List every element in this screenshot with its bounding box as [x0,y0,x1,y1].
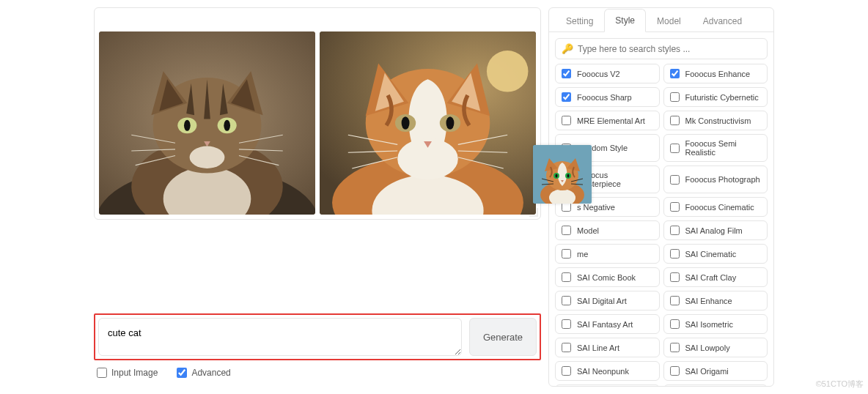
style-checkbox[interactable] [562,116,571,125]
style-checkbox[interactable] [562,92,571,102]
style-label: Fooocus Sharp [577,93,632,102]
input-image-label: Input Image [111,368,158,378]
style-checkbox[interactable] [670,296,680,305]
style-label: SAI Digital Art [577,297,627,305]
style-checkbox[interactable] [670,144,680,153]
prompt-input[interactable] [98,318,462,356]
svg-point-52 [556,174,558,178]
style-option[interactable]: SAI Cinematic [663,244,768,264]
svg-point-13 [224,120,230,131]
style-option[interactable]: SAI Analog Film [663,220,768,240]
style-search[interactable]: 🔑 [555,38,768,59]
style-option[interactable]: Fooocus Photograph [663,166,768,193]
style-checkbox[interactable] [562,319,571,329]
style-checkbox[interactable] [562,366,571,376]
style-option[interactable]: SAI Lowpoly [663,338,768,357]
style-label: SAI Neonpunk [577,367,629,376]
style-label: SAI Analog Film [685,226,743,235]
style-option[interactable]: Futuristic Cybernetic [663,87,768,107]
svg-point-15 [190,146,225,168]
style-checkbox[interactable] [562,343,571,352]
style-checkbox[interactable] [670,272,680,282]
style-preview-thumbnail[interactable] [533,145,592,204]
watermark: ©51CTO博客 [816,379,864,390]
prompt-row: Generate [94,313,541,360]
svg-point-53 [567,174,570,178]
style-label: SAI Isometric [685,320,733,329]
style-checkbox[interactable] [670,249,680,259]
style-label: Futuristic Cybernetic [685,93,759,102]
style-option[interactable]: Fooocus Sharp [555,87,660,107]
style-label: Model [577,226,599,235]
advanced-checkbox-box[interactable] [177,368,187,378]
style-label: SAI Comic Book [577,273,636,282]
style-option[interactable]: Fooocus Enhance [663,64,768,83]
style-label: SAI Cinematic [685,250,737,259]
style-checkbox[interactable] [670,366,680,376]
advanced-label: Advanced [191,368,230,378]
style-checkbox[interactable] [562,296,571,305]
style-checkbox[interactable] [670,116,680,125]
tab-setting[interactable]: Setting [555,9,604,32]
tab-advanced[interactable]: Advanced [692,9,753,32]
style-label: MRE Elemental Art [577,116,645,125]
style-option[interactable]: SAI Digital Art [555,291,660,311]
style-label: Fooocus V2 [577,70,620,78]
style-label: SAI Fantasy Art [577,320,633,329]
style-option[interactable]: Fooocus Semi Realistic [663,134,768,162]
style-label: me [577,250,588,259]
style-option[interactable]: Fooocus V2 [555,64,660,83]
style-checkbox[interactable] [670,92,680,102]
style-checkbox[interactable] [562,69,571,78]
style-search-input[interactable] [578,44,761,54]
style-label: Mk Constructivism [685,116,751,125]
style-label: Fooocus Enhance [685,70,751,78]
style-label: s Negative [577,203,615,212]
style-option[interactable]: SAI Craft Clay [663,267,768,287]
style-checkbox[interactable] [562,249,571,259]
style-option[interactable]: SAI Comic Book [555,267,660,287]
style-option[interactable]: SAI Pixel Art [663,384,768,386]
result-image-2[interactable] [320,31,536,215]
style-option[interactable]: me [555,244,660,264]
style-option[interactable]: Fooocus Cinematic [663,197,768,217]
style-option[interactable]: SAI Origami [663,361,768,381]
result-image-1[interactable] [99,31,315,215]
style-label: SAI Line Art [577,343,619,352]
input-image-checkbox[interactable]: Input Image [97,368,158,378]
generate-button[interactable]: Generate [469,318,537,356]
style-option[interactable]: SAI Photographic [555,384,660,386]
style-list[interactable]: Fooocus V2Fooocus EnhanceFooocus SharpFu… [549,64,773,386]
style-checkbox[interactable] [670,175,680,185]
style-checkbox[interactable] [670,202,680,212]
svg-point-24 [487,51,529,92]
wand-icon: 🔑 [562,43,573,54]
advanced-checkbox[interactable]: Advanced [177,368,230,378]
style-option[interactable]: Mk Constructivism [663,111,768,130]
style-option[interactable]: SAI Fantasy Art [555,314,660,334]
style-option[interactable]: SAI Enhance [663,291,768,311]
style-label: SAI Lowpoly [685,343,730,352]
style-checkbox[interactable] [670,343,680,352]
style-option[interactable]: Model [555,220,660,240]
style-label: Fooocus Cinematic [685,203,754,212]
style-checkbox[interactable] [562,272,571,282]
style-checkbox[interactable] [670,319,680,329]
style-option[interactable]: SAI Neonpunk [555,361,660,381]
style-option[interactable]: SAI Isometric [663,314,768,334]
svg-point-12 [184,120,191,131]
tab-style[interactable]: Style [604,9,646,32]
style-label: SAI Craft Clay [685,273,737,282]
input-image-checkbox-box[interactable] [97,368,107,378]
style-label: SAI Origami [685,367,729,376]
image-output-panel [94,7,541,220]
style-label: SAI Enhance [685,297,732,305]
style-option[interactable]: MRE Elemental Art [555,111,660,130]
tab-model[interactable]: Model [646,9,692,32]
style-checkbox[interactable] [670,226,680,235]
style-checkbox[interactable] [670,69,680,78]
style-checkbox[interactable] [562,226,571,235]
style-option[interactable]: SAI Line Art [555,338,660,357]
style-label: Fooocus Semi Realistic [685,139,762,157]
svg-point-35 [402,116,410,129]
